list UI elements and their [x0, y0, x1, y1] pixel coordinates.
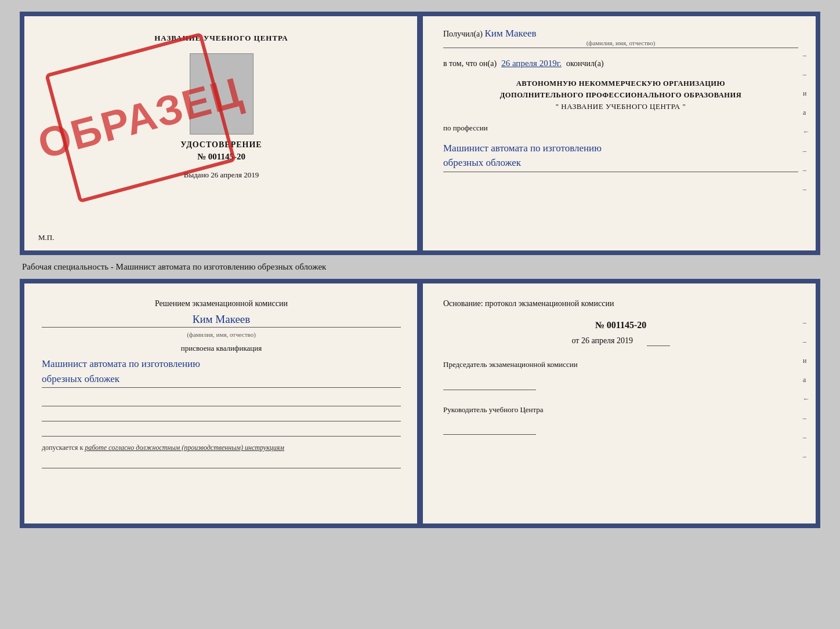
head-label: Руководитель учебного Центра: [443, 404, 798, 416]
underline-3: [42, 426, 401, 437]
org-name-top: НАЗВАНИЕ УЧЕБНОГО ЦЕНТРА: [154, 34, 288, 43]
mp-label: М.П.: [38, 233, 54, 242]
bottom-right-page: Основание: протокол экзаменационной коми…: [420, 283, 816, 523]
side-marks-bottom: – – и а ← – – –: [803, 318, 810, 461]
chairman-label: Председатель экзаменационной комиссии: [443, 359, 798, 370]
underline-2: [42, 411, 401, 421]
underlines: [42, 396, 401, 437]
bottom-name-handwritten: Ким Макеев: [42, 313, 401, 328]
profession-label: по профессии: [443, 123, 798, 133]
protocol-date: от 26 апреля 2019: [443, 336, 798, 346]
basis-text: Основание: протокол экзаменационной коми…: [443, 297, 798, 310]
org-line1: АВТОНОМНУЮ НЕКОММЕРЧЕСКУЮ ОРГАНИЗАЦИЮ: [443, 78, 798, 89]
qualification-label: присвоена квалификация: [42, 344, 401, 353]
document-wrapper: НАЗВАНИЕ УЧЕБНОГО ЦЕНТРА УДОСТОВЕРЕНИЕ №…: [20, 12, 820, 528]
допуск-prefix: допускается к: [42, 443, 83, 452]
cert-label: УДОСТОВЕРЕНИЕ: [180, 140, 262, 150]
org-line2: ДОПОЛНИТЕЛЬНОГО ПРОФЕССИОНАЛЬНОГО ОБРАЗО…: [443, 89, 798, 101]
top-right-page: Получил(а) Ким Макеев (фамилия, имя, отч…: [420, 16, 816, 250]
decision-text: Решением экзаменационной комиссии: [42, 297, 401, 310]
protocol-number: № 001145-20: [443, 320, 798, 330]
recv-row: Получил(а) Ким Макеев (фамилия, имя, отч…: [443, 28, 798, 48]
between-label: Рабочая специальность - Машинист автомат…: [20, 261, 328, 273]
org-line3: " НАЗВАНИЕ УЧЕБНОГО ЦЕНТРА ": [443, 101, 798, 113]
protocol-date-line: [647, 336, 670, 346]
qual-line2: обрезных обложек: [42, 372, 401, 387]
qual-line1: Машинист автомата по изготовлению: [42, 357, 401, 372]
chairman-signature-line: [443, 379, 536, 390]
issued-text: Выдано 26 апреля 2019: [184, 170, 259, 179]
допуск-text: допускается к работе согласно должностны…: [42, 443, 401, 452]
profession-handwritten: Машинист автомата по изготовлению обрезн…: [443, 141, 798, 172]
protocol-date-prefix: от: [571, 336, 579, 345]
допуск-underline: [42, 458, 401, 468]
date-suffix: окончил(а): [566, 59, 604, 68]
photo-placeholder: [190, 53, 254, 134]
protocol-date-value: 26 апреля 2019: [581, 336, 633, 345]
top-left-page: НАЗВАНИЕ УЧЕБНОГО ЦЕНТРА УДОСТОВЕРЕНИЕ №…: [24, 16, 420, 250]
допуск-italic: работе согласно должностным (производств…: [85, 443, 284, 452]
recv-name: Ким Макеев: [484, 28, 536, 39]
bottom-certificate-document: Решением экзаменационной комиссии Ким Ма…: [20, 279, 820, 528]
prof-line1: Машинист автомата по изготовлению: [443, 141, 798, 156]
recv-sublabel: (фамилия, имя, отчество): [443, 39, 798, 46]
side-marks-top: – – и а ← – – –: [803, 51, 810, 194]
prof-line2: обрезных обложек: [443, 155, 798, 170]
head-signature-line: [443, 423, 536, 435]
qual-handwritten: Машинист автомата по изготовлению обрезн…: [42, 357, 401, 388]
underline-1: [42, 396, 401, 406]
issued-row: Выдано 26 апреля 2019: [184, 170, 259, 180]
recv-prefix: Получил(а): [443, 30, 483, 38]
org-block: АВТОНОМНУЮ НЕКОММЕРЧЕСКУЮ ОРГАНИЗАЦИЮ ДО…: [443, 78, 798, 113]
date-prefix: в том, что он(а): [443, 59, 497, 68]
bottom-fio-label: (фамилия, имя, отчество): [42, 331, 401, 338]
cert-number: № 001145-20: [197, 152, 245, 162]
top-certificate-document: НАЗВАНИЕ УЧЕБНОГО ЦЕНТРА УДОСТОВЕРЕНИЕ №…: [20, 12, 820, 255]
date-row: в том, что он(а) 26 апреля 2019г. окончи…: [443, 59, 798, 68]
bottom-left-page: Решением экзаменационной комиссии Ким Ма…: [24, 283, 420, 523]
date-value: 26 апреля 2019г.: [501, 59, 562, 68]
